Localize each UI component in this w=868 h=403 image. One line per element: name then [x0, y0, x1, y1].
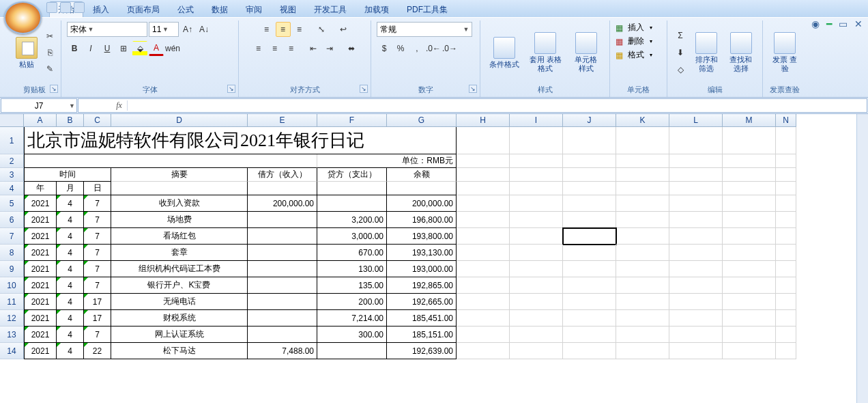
cell-day[interactable]: 17 [84, 294, 111, 310]
cell[interactable] [723, 154, 776, 168]
col-header-K[interactable]: K [616, 114, 669, 127]
hdr-day[interactable]: 日 [84, 182, 111, 195]
row-header-13[interactable]: 13 [0, 326, 24, 343]
bold-button[interactable]: B [67, 41, 82, 56]
cell-credit[interactable] [317, 343, 387, 359]
office-button[interactable] [4, 1, 42, 34]
cell-debit[interactable] [248, 261, 317, 277]
cell-debit[interactable] [248, 277, 317, 294]
cell[interactable] [510, 343, 563, 359]
cell-month[interactable]: 4 [57, 195, 84, 212]
cell-balance[interactable]: 192,665.00 [387, 294, 457, 310]
col-header-F[interactable]: F [317, 114, 387, 127]
cell[interactable] [616, 228, 669, 245]
cell[interactable] [723, 310, 776, 326]
row-header-8[interactable]: 8 [0, 245, 24, 261]
hdr-debit2[interactable] [248, 182, 317, 195]
hdr-summary[interactable]: 摘要 [111, 168, 248, 182]
launcher-icon[interactable]: ↘ [50, 85, 58, 93]
cell[interactable] [776, 154, 796, 168]
cell-year[interactable]: 2021 [24, 294, 57, 310]
cell-balance[interactable]: 185,151.00 [387, 326, 457, 343]
col-header-D[interactable]: D [111, 114, 248, 127]
cell[interactable] [776, 245, 796, 261]
align-left-button[interactable]: ≡ [251, 41, 266, 56]
restore-icon[interactable]: ▭ [839, 18, 848, 29]
cell[interactable] [563, 326, 616, 343]
fill-color-button[interactable]: ⬙ [132, 41, 147, 56]
cell-month[interactable]: 4 [57, 245, 84, 261]
cell-summary[interactable]: 看场红包 [111, 228, 248, 245]
title-cell[interactable]: 北京市温妮特软件有限公司2021年银行日记 [24, 127, 457, 154]
align-middle-button[interactable]: ≡ [276, 22, 291, 37]
row-header-5[interactable]: 5 [0, 195, 24, 212]
cell[interactable] [510, 277, 563, 294]
cell-summary[interactable]: 松下马达 [111, 343, 248, 359]
cell[interactable] [563, 261, 616, 277]
row-header-9[interactable]: 9 [0, 261, 24, 277]
cell[interactable] [457, 195, 510, 212]
cell-month[interactable]: 4 [57, 326, 84, 343]
cell-debit[interactable] [248, 245, 317, 261]
cell[interactable] [457, 310, 510, 326]
cell[interactable] [563, 277, 616, 294]
blank[interactable] [24, 154, 317, 168]
cell[interactable] [616, 294, 669, 310]
cell[interactable] [669, 343, 723, 359]
hdr-summary2[interactable] [111, 182, 248, 195]
format-cells-button[interactable]: ▦ 格式 ▾ [616, 49, 652, 61]
cell[interactable] [776, 310, 796, 326]
autosum-button[interactable]: Σ [673, 28, 688, 43]
tab-5[interactable]: 审阅 [237, 2, 270, 17]
decrease-indent-button[interactable]: ⇤ [306, 41, 321, 56]
cell[interactable] [510, 228, 563, 245]
cell[interactable] [510, 212, 563, 228]
cell[interactable] [510, 195, 563, 212]
cell[interactable] [563, 195, 616, 212]
cell-day[interactable]: 7 [84, 326, 111, 343]
col-header-G[interactable]: G [387, 114, 457, 127]
cell[interactable] [669, 261, 723, 277]
col-header-M[interactable]: M [723, 114, 776, 127]
cell-debit[interactable] [248, 326, 317, 343]
tab-7[interactable]: 开发工具 [306, 2, 355, 17]
tab-8[interactable]: 加载项 [356, 2, 397, 17]
cell-balance[interactable]: 192,639.00 [387, 343, 457, 359]
cell[interactable] [669, 195, 723, 212]
cell[interactable] [723, 228, 776, 245]
clear-button[interactable]: ◇ [673, 62, 688, 77]
font-color-button[interactable]: A [149, 41, 164, 56]
cell-year[interactable]: 2021 [24, 326, 57, 343]
cell[interactable] [510, 294, 563, 310]
cell[interactable] [616, 277, 669, 294]
cell-summary[interactable]: 财税系统 [111, 310, 248, 326]
cell[interactable] [776, 277, 796, 294]
cell[interactable] [776, 195, 796, 212]
fill-button[interactable]: ⬇ [673, 45, 688, 60]
cell[interactable] [776, 127, 796, 154]
cell[interactable] [457, 154, 510, 168]
cell[interactable] [776, 212, 796, 228]
row-header-10[interactable]: 10 [0, 277, 24, 294]
row-header-11[interactable]: 11 [0, 294, 24, 310]
cell[interactable] [563, 245, 616, 261]
cell[interactable] [776, 228, 796, 245]
copy-button[interactable]: ⎘ [42, 45, 57, 60]
cell[interactable] [510, 245, 563, 261]
cell-credit[interactable]: 7,214.00 [317, 310, 387, 326]
border-button[interactable]: ⊞ [116, 41, 131, 56]
cell[interactable] [457, 326, 510, 343]
conditional-format-button[interactable]: 条件格式 [486, 26, 523, 79]
cell[interactable] [776, 294, 796, 310]
launcher-icon[interactable]: ↘ [469, 85, 477, 93]
row-header-14[interactable]: 14 [0, 343, 24, 359]
cell-year[interactable]: 2021 [24, 212, 57, 228]
cell[interactable] [669, 127, 723, 154]
qat-undo-icon[interactable] [60, 2, 71, 13]
tab-1[interactable]: 插入 [85, 2, 117, 17]
cell[interactable] [616, 168, 669, 182]
decrease-decimal-button[interactable]: .0→ [442, 41, 457, 56]
cell[interactable] [669, 212, 723, 228]
comma-button[interactable]: , [409, 41, 424, 56]
cell[interactable] [723, 212, 776, 228]
